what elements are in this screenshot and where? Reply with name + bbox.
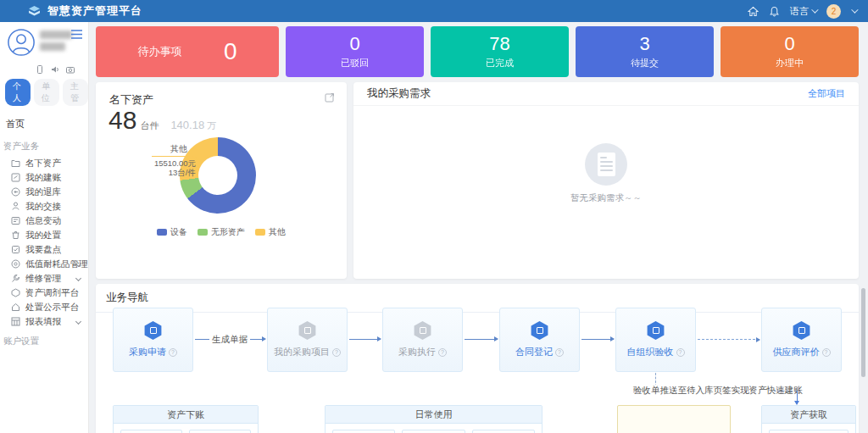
info-icon[interactable]: ? bbox=[332, 348, 341, 357]
chevron-down-icon bbox=[75, 319, 81, 325]
tab-unit[interactable]: 单位 bbox=[34, 79, 59, 106]
group-slot[interactable] bbox=[332, 430, 395, 433]
report-icon bbox=[11, 317, 20, 326]
step-my-purchase-projects[interactable]: 我的采购项目? bbox=[267, 308, 348, 372]
language-dropdown[interactable]: 语言 bbox=[790, 5, 816, 18]
purchase-demand-title: 我的采购需求 bbox=[367, 86, 431, 101]
legend-item-intangible[interactable]: 无形资产 bbox=[198, 226, 245, 238]
group-slot[interactable] bbox=[189, 430, 251, 433]
info-change-icon bbox=[11, 216, 20, 225]
business-navigation-card: 业务导航 采购申请? 我的采购项目? 采购执行? 合同登记? 自组织验收? bbox=[96, 284, 859, 433]
sidebar-item-label: 我的处置 bbox=[25, 230, 61, 241]
stat-value: 78 bbox=[489, 34, 509, 54]
sidebar-item-label: 报表填报 bbox=[25, 316, 61, 328]
stat-label: 待提交 bbox=[631, 57, 659, 69]
group-asset-writeoff: 资产下账 bbox=[113, 405, 259, 433]
legend-item-equipment[interactable]: 设备 bbox=[157, 226, 187, 238]
info-icon[interactable]: ? bbox=[438, 348, 447, 357]
stat-card-completed[interactable]: 78 已完成 bbox=[431, 26, 569, 77]
sidebar-item-asset-adjustment-platform[interactable]: 资产调剂平台 bbox=[0, 286, 88, 300]
sidebar-item-repair-management[interactable]: 维修管理 bbox=[0, 271, 88, 286]
callout-count: 13台/件 bbox=[111, 168, 196, 177]
donut-legend: 设备 无形资产 其他 bbox=[96, 226, 347, 238]
step-contract-registration[interactable]: 合同登记? bbox=[499, 308, 580, 372]
legend-item-other[interactable]: 其他 bbox=[255, 226, 286, 238]
stat-value: 3 bbox=[639, 34, 649, 54]
sidebar-item-label: 信息变动 bbox=[25, 215, 61, 227]
sidebar-item-my-disposal[interactable]: 我的处置 bbox=[0, 228, 88, 242]
app-logo-icon bbox=[28, 6, 41, 17]
sidebar-item-label: 我要盘点 bbox=[25, 244, 61, 256]
sidebar-item-home[interactable]: 首页 bbox=[0, 114, 88, 134]
avatar[interactable]: 2 bbox=[826, 4, 841, 19]
info-icon[interactable]: ? bbox=[822, 348, 831, 357]
stat-card-todo[interactable]: 待办事项 0 bbox=[96, 26, 279, 77]
self-acceptance-icon bbox=[647, 321, 665, 340]
asset-amount-unit: 万 bbox=[207, 119, 216, 132]
sidebar-item-low-value-consumables[interactable]: 低值耐耗品管理 bbox=[0, 257, 88, 271]
callout-value: 15510.00元 bbox=[111, 158, 196, 168]
tab-personal[interactable]: 个人 bbox=[5, 79, 31, 106]
user-name-blurred bbox=[40, 31, 72, 51]
sidebar-item-my-assets[interactable]: 名下资产 bbox=[0, 156, 88, 170]
legend-label: 无形资产 bbox=[211, 226, 245, 238]
info-icon[interactable]: ? bbox=[169, 348, 177, 357]
info-icon[interactable]: ? bbox=[676, 348, 685, 357]
sidebar-item-label: 我的退库 bbox=[25, 186, 61, 198]
step-label: 采购执行 bbox=[398, 346, 436, 358]
empty-document-icon bbox=[585, 143, 627, 186]
tab-manager[interactable]: 主管 bbox=[63, 79, 88, 106]
sidebar-collapse-icon[interactable] bbox=[71, 30, 82, 39]
stat-card-in-progress[interactable]: 0 办理中 bbox=[721, 26, 859, 77]
step-self-acceptance[interactable]: 自组织验收? bbox=[615, 308, 696, 372]
asset-amount: 140.18 bbox=[170, 119, 204, 131]
home-icon[interactable] bbox=[748, 6, 759, 17]
group-slot[interactable] bbox=[769, 430, 849, 433]
group-slot[interactable] bbox=[120, 430, 182, 433]
stat-label: 办理中 bbox=[776, 57, 804, 69]
group-slot[interactable] bbox=[472, 430, 535, 433]
bell-icon[interactable] bbox=[769, 6, 780, 17]
sidebar-item-my-ledger[interactable]: 我的建账 bbox=[0, 170, 88, 185]
user-menu-chevron-icon[interactable] bbox=[851, 6, 858, 13]
supplier-evaluation-icon bbox=[793, 321, 811, 340]
voice-icon[interactable] bbox=[51, 65, 59, 74]
sidebar-item-label: 维修管理 bbox=[25, 273, 61, 285]
flow-arrow bbox=[465, 339, 498, 340]
sidebar-item-report-filling[interactable]: 报表填报 bbox=[0, 314, 88, 329]
my-assets-card: 名下资产 48 台件 140.18 万 其他 bbox=[96, 82, 347, 279]
step-purchase-execution[interactable]: 采购执行? bbox=[382, 308, 463, 372]
legend-marker bbox=[255, 229, 265, 236]
business-navigation-title: 业务导航 bbox=[96, 284, 859, 305]
asset-count-unit: 台件 bbox=[140, 119, 159, 132]
sidebar-item-label: 我的交接 bbox=[25, 201, 61, 213]
sidebar-item-my-inventory[interactable]: 我要盘点 bbox=[0, 242, 88, 257]
scrollbar-thumb[interactable] bbox=[861, 288, 865, 377]
user-avatar-icon[interactable] bbox=[7, 28, 36, 57]
external-link-icon[interactable] bbox=[325, 92, 335, 103]
stat-card-rejected[interactable]: 0 已驳回 bbox=[286, 26, 424, 77]
sidebar-item-disposal-publicity-platform[interactable]: 处置公示平台 bbox=[0, 300, 88, 314]
step-label: 供应商评价 bbox=[773, 346, 820, 358]
flow-arrow bbox=[349, 339, 381, 340]
sidebar-item-my-handover[interactable]: 我的交接 bbox=[0, 199, 88, 214]
sidebar-item-my-return[interactable]: 我的退库 bbox=[0, 185, 88, 199]
flow-arrow bbox=[581, 339, 614, 340]
info-icon[interactable]: ? bbox=[555, 348, 564, 357]
group-title: 资产下账 bbox=[114, 406, 258, 424]
camera-icon[interactable] bbox=[66, 65, 75, 74]
my-purchase-projects-icon bbox=[298, 321, 317, 340]
stat-card-to-submit[interactable]: 3 待提交 bbox=[576, 26, 714, 77]
stat-label: 已驳回 bbox=[341, 57, 369, 69]
divider bbox=[96, 312, 859, 313]
step-purchase-apply[interactable]: 采购申请? bbox=[113, 308, 193, 372]
sidebar-section-account-settings: 账户设置 bbox=[0, 329, 88, 351]
step-supplier-evaluation[interactable]: 供应商评价? bbox=[761, 308, 842, 372]
handover-icon bbox=[11, 202, 20, 211]
step-label: 我的采购项目 bbox=[274, 346, 330, 358]
all-projects-link[interactable]: 全部项目 bbox=[808, 87, 845, 100]
phone-icon[interactable] bbox=[36, 65, 44, 74]
group-slot[interactable] bbox=[402, 430, 465, 433]
sidebar-item-info-change[interactable]: 信息变动 bbox=[0, 214, 88, 228]
group-title: 资产获取 bbox=[762, 406, 855, 424]
